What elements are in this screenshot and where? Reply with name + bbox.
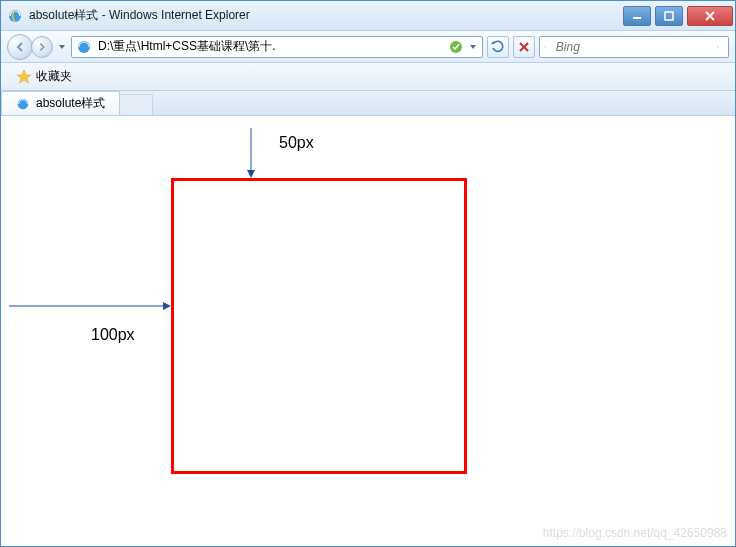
left-offset-label: 100px: [91, 326, 135, 344]
search-bar[interactable]: [539, 36, 729, 58]
navigation-toolbar: [1, 31, 735, 63]
refresh-button[interactable]: [487, 36, 509, 58]
titlebar: absolute样式 - Windows Internet Explorer: [1, 1, 735, 31]
new-tab-button[interactable]: [119, 94, 152, 115]
svg-point-9: [544, 46, 545, 47]
favorites-bar: 收藏夹: [1, 63, 735, 91]
demo-box: [171, 178, 467, 474]
tab-ie-icon: [16, 97, 30, 111]
favorites-button[interactable]: 收藏夹: [7, 65, 81, 88]
top-offset-label: 50px: [279, 134, 314, 152]
search-input[interactable]: [550, 37, 713, 57]
search-go-icon[interactable]: [717, 40, 719, 54]
maximize-button[interactable]: [655, 6, 683, 26]
tab-active[interactable]: absolute样式: [1, 91, 120, 115]
star-icon: [16, 69, 32, 85]
address-bar[interactable]: [71, 36, 483, 58]
nav-dropdown-icon[interactable]: [57, 42, 67, 52]
compat-icon[interactable]: [448, 39, 464, 55]
search-dropdown-icon[interactable]: [723, 42, 724, 52]
back-button[interactable]: [7, 34, 33, 60]
address-input[interactable]: [96, 37, 444, 57]
svg-point-5: [78, 41, 90, 53]
svg-point-0: [9, 10, 21, 22]
minimize-button[interactable]: [623, 6, 651, 26]
svg-point-13: [18, 98, 29, 109]
window-title: absolute样式 - Windows Internet Explorer: [29, 7, 250, 24]
tab-title: absolute样式: [36, 95, 105, 112]
watermark: https://blog.csdn.net/qq_42650988: [543, 526, 727, 540]
address-dropdown-icon[interactable]: [468, 42, 478, 52]
page-content: 50px 100px https://blog.csdn.net/qq_4265…: [1, 116, 735, 546]
ie-icon: [7, 8, 23, 24]
page-icon: [76, 39, 92, 55]
tab-bar: absolute样式: [1, 91, 735, 116]
svg-rect-2: [665, 12, 673, 20]
search-icon: [544, 40, 546, 54]
stop-button[interactable]: [513, 36, 535, 58]
favorites-label: 收藏夹: [36, 68, 72, 85]
svg-point-11: [717, 46, 718, 47]
forward-button[interactable]: [31, 36, 53, 58]
close-button[interactable]: [687, 6, 733, 26]
